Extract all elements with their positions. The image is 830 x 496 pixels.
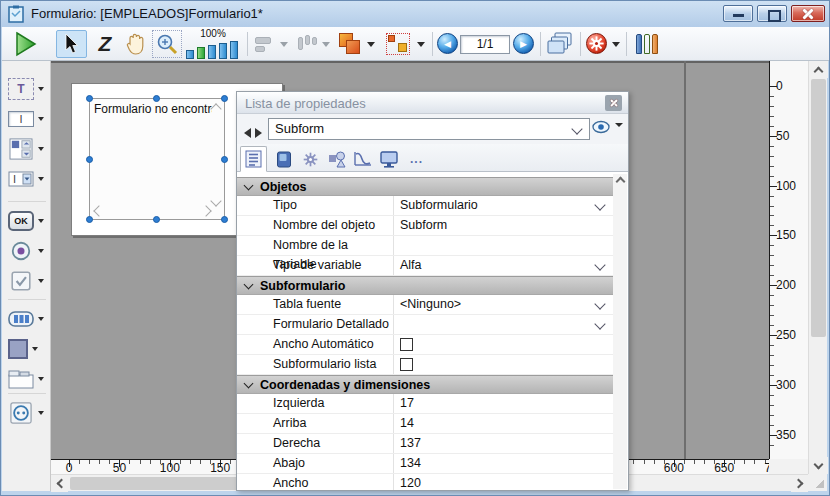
minimize-button[interactable] [723,5,753,22]
tab-control-tool[interactable] [8,367,48,391]
section-header-coordenadas[interactable]: Coordenadas y dimensiones [237,375,614,394]
chevron-down-icon[interactable] [594,318,605,329]
radio-tool[interactable] [8,239,48,263]
listbox-tool[interactable] [8,137,48,161]
zoom-bar-selected-icon[interactable] [197,47,205,59]
insert-action-dropdown[interactable] [610,30,622,58]
checkbox-unchecked[interactable] [400,358,413,371]
zoom-bar-icon[interactable] [219,43,227,59]
combobox-tool[interactable]: I [8,167,48,191]
gear-icon [587,34,606,53]
property-row-tabla-fuente[interactable]: Tabla fuente <Ninguno> [237,295,614,315]
section-header-objetos[interactable]: Objetos [237,177,614,196]
selection-handle[interactable] [86,95,93,102]
pan-tool-button[interactable] [122,30,150,58]
selection-handle[interactable] [221,95,228,102]
chevron-right-icon [793,479,803,489]
field-tool[interactable]: I [8,107,48,131]
panel-close-button[interactable] [605,95,622,111]
insert-action-button[interactable] [586,33,607,54]
ruler-label: 100 [160,461,180,474]
property-row-formulario-detallado[interactable]: Formulario Detallado [237,315,614,335]
group-tool-button[interactable] [383,30,413,58]
subform-tool[interactable] [8,401,48,425]
panel-scrollbar[interactable] [613,174,627,489]
chevron-up-icon [814,66,824,76]
previous-object-button[interactable] [244,124,254,142]
view-options-dropdown[interactable] [615,127,623,145]
zoom-bar-icon[interactable] [186,50,194,59]
tab-settings[interactable] [297,146,324,172]
property-row-nombre-objeto[interactable]: Nombre del objeto Subform [237,216,614,236]
next-object-button[interactable] [255,124,262,142]
magnifier-icon [156,33,178,55]
property-row-tipo[interactable]: Tipo Subformulario [237,196,614,216]
zoom-bar-icon[interactable] [230,41,238,59]
property-row-derecha[interactable]: Derecha 137 [237,434,614,454]
subform-object[interactable]: Formulario no encontrado [89,98,225,220]
property-row-abajo[interactable]: Abajo 134 [237,454,614,474]
collapse-icon [244,280,254,290]
selection-handle[interactable] [86,216,93,223]
property-row-subformulario-lista[interactable]: Subformulario lista [237,355,614,375]
property-label: Izquierda [237,394,394,413]
property-row-arriba[interactable]: Arriba 14 [237,414,614,434]
run-form-button[interactable] [11,30,41,58]
selection-handle[interactable] [86,156,93,163]
tab-order-tool-button[interactable]: Z [91,30,119,58]
text-tool[interactable]: T [8,77,48,101]
select-tool-button[interactable] [56,30,87,58]
align-dropdown[interactable] [278,30,290,58]
checkbox-tool[interactable] [8,269,48,293]
layers-dropdown[interactable] [365,30,377,58]
selection-handle[interactable] [221,216,228,223]
zoom-bar-icon[interactable] [208,45,216,59]
chevron-down-icon[interactable] [594,259,605,270]
maximize-button[interactable] [757,5,787,22]
title-bar[interactable]: Formulario: [EMPLEADOS]Formulario1* [1,1,830,27]
distribute-dropdown[interactable] [320,30,332,58]
selection-handle[interactable] [153,216,160,223]
tab-display[interactable] [375,146,402,172]
chevron-down-icon[interactable] [594,298,605,309]
close-button[interactable] [791,5,825,22]
property-row-izquierda[interactable]: Izquierda 17 [237,394,614,414]
property-row-ancho-automatico[interactable]: Ancho Automático [237,335,614,355]
page-indicator-field[interactable]: 1/1 [460,35,510,54]
scroll-right-button[interactable] [791,475,808,492]
zoom-tool-button[interactable] [152,30,182,58]
selection-handle[interactable] [221,156,228,163]
vertical-scrollbar[interactable] [808,61,827,474]
tab-properties-list[interactable] [240,146,267,172]
tab-data[interactable] [270,146,297,172]
tab-more[interactable]: ... [403,146,430,172]
scroll-down-button[interactable] [809,457,828,474]
vertical-scroll-thumb[interactable] [811,79,826,337]
previous-page-button[interactable]: ◀ [437,33,458,54]
property-row-nombre-variable[interactable]: Nombre de la variable [237,236,614,256]
rectangle-tool[interactable] [8,337,48,361]
property-label: Ancho Automático [237,335,394,354]
panel-title-bar[interactable]: Lista de propiedades [237,92,628,114]
tab-objects[interactable] [323,146,350,172]
next-page-button[interactable]: ▶ [513,33,534,54]
zoom-scale-widget[interactable]: 100% [184,28,242,60]
property-row-ancho[interactable]: Ancho 120 [237,474,614,490]
layers-tool-button[interactable] [336,30,364,58]
segmented-button-tool[interactable] [8,307,48,331]
button-tool[interactable]: OK [8,209,48,233]
resize-grip[interactable] [808,474,827,491]
form-pages-button[interactable] [545,30,575,58]
section-header-subformulario[interactable]: Subformulario [237,276,614,295]
scroll-left-button[interactable] [51,475,68,492]
view-options-button[interactable] [592,120,610,134]
explorer-button[interactable] [632,30,662,58]
selection-handle[interactable] [153,95,160,102]
tab-events[interactable] [349,146,376,172]
object-selector-dropdown[interactable]: Subform [268,118,590,140]
chevron-down-icon[interactable] [594,199,605,210]
property-row-tipo-variable[interactable]: Tipo de variable Alfa [237,256,614,276]
checkbox-unchecked[interactable] [400,338,413,351]
scroll-up-button[interactable] [809,61,828,78]
group-dropdown[interactable] [415,30,427,58]
